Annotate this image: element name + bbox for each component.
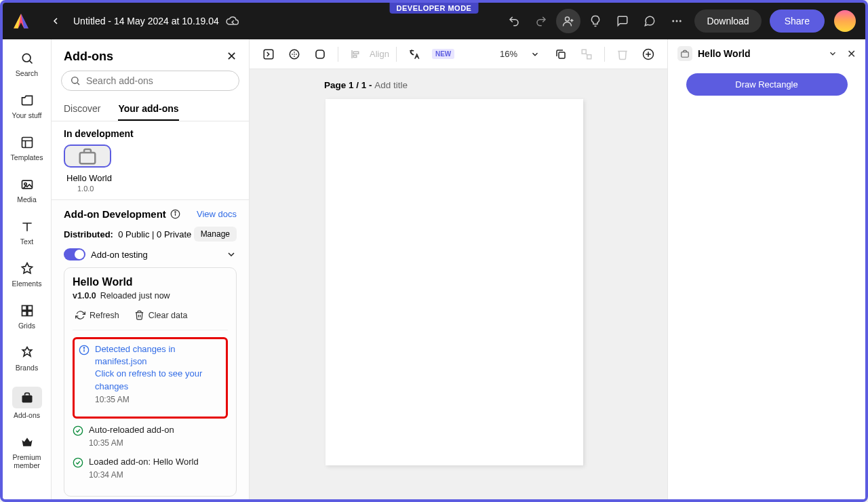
sparkle-icon[interactable] xyxy=(283,43,305,65)
manage-button[interactable]: Manage xyxy=(194,227,237,242)
tab-your-addons[interactable]: Your add-ons xyxy=(118,98,178,121)
svg-rect-33 xyxy=(559,52,565,58)
svg-point-26 xyxy=(73,458,82,467)
svg-rect-13 xyxy=(22,311,26,316)
duplicate-icon[interactable] xyxy=(550,43,572,65)
svg-rect-40 xyxy=(682,52,689,58)
svg-point-21 xyxy=(175,212,176,212)
rail-templates[interactable]: Templates xyxy=(8,129,46,168)
svg-rect-12 xyxy=(27,306,32,311)
svg-point-16 xyxy=(72,77,78,83)
addon-tile[interactable] xyxy=(64,144,111,168)
rail-media[interactable]: Media xyxy=(8,171,46,210)
document-title: Untitled - 14 May 2024 at 10.19.04 xyxy=(73,16,219,26)
log-title: Detected changes in manifest.json xyxy=(95,343,222,368)
comment-icon[interactable] xyxy=(610,9,635,33)
svg-line-17 xyxy=(77,83,79,85)
rail-text[interactable]: Text xyxy=(8,213,46,252)
expand-icon[interactable] xyxy=(258,43,279,65)
svg-point-0 xyxy=(566,17,570,21)
addon-panel-icon xyxy=(677,46,692,61)
rail-your-stuff[interactable]: Your stuff xyxy=(8,87,46,126)
rail-grids[interactable]: Grids xyxy=(8,297,46,336)
app-logo xyxy=(12,12,30,30)
collapse-chevron[interactable] xyxy=(226,249,237,260)
svg-rect-18 xyxy=(80,153,96,163)
svg-point-6 xyxy=(22,54,31,62)
idea-icon[interactable] xyxy=(583,9,608,33)
log-highlight: Detected changes in manifest.json Click … xyxy=(73,337,228,419)
svg-point-4 xyxy=(676,20,678,22)
redo-button[interactable] xyxy=(529,9,553,33)
view-docs-link[interactable]: View docs xyxy=(197,209,237,219)
close-right-panel-button[interactable]: ✕ xyxy=(847,47,856,60)
cloud-sync-icon[interactable] xyxy=(226,14,239,28)
log-time: 10:34 AM xyxy=(89,469,228,481)
back-button[interactable] xyxy=(46,12,65,31)
log-title: Auto-reloaded add-on xyxy=(89,424,228,436)
rail-premium[interactable]: Premium member xyxy=(8,429,46,476)
svg-rect-31 xyxy=(353,52,359,54)
rail-search[interactable]: Search xyxy=(8,45,46,84)
clear-data-button[interactable]: Clear data xyxy=(132,307,191,323)
svg-rect-8 xyxy=(22,138,32,148)
rail-addons[interactable]: Add-ons xyxy=(8,381,46,426)
minimize-panel-button[interactable] xyxy=(828,49,837,58)
svg-line-36 xyxy=(586,54,587,55)
check-icon xyxy=(73,457,83,481)
svg-point-24 xyxy=(83,347,84,348)
user-avatar[interactable] xyxy=(834,10,856,32)
addon-name-label: Hello World xyxy=(52,168,249,185)
align-label: Align xyxy=(370,49,389,59)
info-icon xyxy=(79,345,90,406)
svg-point-3 xyxy=(673,20,675,22)
zoom-chevron[interactable] xyxy=(524,43,546,65)
log-title: Loaded add-on: Hello World xyxy=(89,456,228,468)
new-badge: NEW xyxy=(432,49,454,59)
svg-point-10 xyxy=(24,183,26,185)
svg-point-25 xyxy=(73,426,82,435)
addon-testing-toggle[interactable] xyxy=(64,248,85,260)
close-panel-button[interactable]: ✕ xyxy=(226,49,237,64)
test-card-name: Hello World xyxy=(73,276,228,288)
rail-elements[interactable]: Elements xyxy=(8,255,46,294)
add-page-icon[interactable] xyxy=(637,43,659,65)
draw-rectangle-button[interactable]: Draw Rectangle xyxy=(686,73,848,96)
svg-rect-14 xyxy=(27,311,32,316)
canvas-page[interactable] xyxy=(326,99,583,465)
chat-icon[interactable] xyxy=(637,9,662,33)
share-button[interactable]: Share xyxy=(770,9,825,33)
svg-line-7 xyxy=(29,61,32,64)
translate-icon[interactable] xyxy=(403,43,425,65)
svg-rect-32 xyxy=(353,55,357,57)
log-subtitle: Click on refresh to see your changes xyxy=(95,368,222,392)
svg-rect-34 xyxy=(582,50,586,54)
info-icon[interactable] xyxy=(170,209,180,219)
rail-brands[interactable]: Brands xyxy=(8,339,46,379)
log-time: 10:35 AM xyxy=(89,438,228,449)
svg-rect-29 xyxy=(316,50,324,58)
invite-button[interactable] xyxy=(556,9,580,33)
undo-button[interactable] xyxy=(502,9,526,33)
addon-testing-label: Add-on testing xyxy=(91,250,148,260)
more-icon[interactable] xyxy=(665,9,689,33)
ungroup-icon xyxy=(576,43,597,65)
addons-search-input[interactable] xyxy=(86,75,231,86)
svg-rect-15 xyxy=(22,395,32,403)
test-card-status: v1.0.0Reloaded just now xyxy=(73,291,228,301)
refresh-button[interactable]: Refresh xyxy=(73,307,122,323)
dev-heading: Add-on Development xyxy=(64,208,180,220)
tab-discover[interactable]: Discover xyxy=(64,98,100,121)
delete-icon xyxy=(612,43,633,65)
addons-search[interactable] xyxy=(61,71,239,91)
svg-rect-35 xyxy=(587,54,591,58)
distributed-label: Distributed: 0 Public | 0 Private xyxy=(64,229,191,239)
shape-icon[interactable] xyxy=(309,43,331,65)
svg-point-5 xyxy=(679,20,682,22)
zoom-value[interactable]: 16% xyxy=(500,49,517,59)
page-indicator[interactable]: Page 1 / 1 - Add title xyxy=(324,80,408,90)
download-button[interactable]: Download xyxy=(694,9,761,33)
developer-mode-badge: DEVELOPER MODE xyxy=(390,3,479,14)
addon-panel-title: Hello World xyxy=(698,48,818,59)
in-development-label: In development xyxy=(52,121,249,144)
